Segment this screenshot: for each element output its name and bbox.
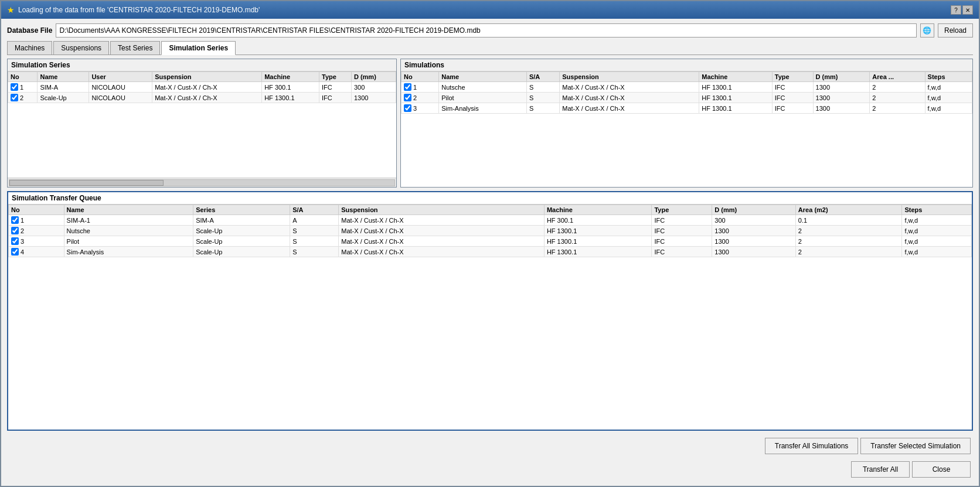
db-path-input[interactable] [56,23,917,38]
database-row: Database File 🌐 Reload [7,23,973,38]
qcol-suspension: Suspension [339,205,545,215]
cell-area: 2 [870,103,925,114]
scrollbar-thumb[interactable] [9,180,164,186]
cell-no: 1 [401,82,439,93]
cell-no: 1 [9,215,64,226]
cell-d: 300 [351,82,396,93]
cell-type: IFC [772,93,813,103]
scol-area: Area ... [870,72,925,82]
cell-machine: HF 1300.1 [699,103,773,114]
scrollbar-track[interactable] [9,179,395,186]
cell-d: 1300 [813,103,870,114]
table-row[interactable]: 3 Pilot Scale-Up S Mat-X / Cust-X / Ch-X… [9,236,972,247]
cell-steps: f,w,d [902,215,972,226]
cell-suspension: Mat-X / Cust-X / Ch-X [560,103,699,114]
scol-no: No [401,72,439,82]
row-checkbox[interactable] [404,104,411,112]
qcol-sa: S/A [290,205,339,215]
transfer-all-button[interactable]: Transfer All [851,461,910,478]
table-row[interactable]: 1 Nutsche S Mat-X / Cust-X / Ch-X HF 130… [401,82,972,93]
simulations-panel: Simulations No Name S/A Suspension Machi… [400,59,973,188]
tabs-bar: Machines Suspensions Test Series Simulat… [7,41,973,55]
scol-name: Name [439,72,527,82]
queue-section: Simulation Transfer Queue No Name Series… [7,191,973,431]
cell-area: 0.1 [795,215,902,226]
queue-scroll[interactable]: No Name Series S/A Suspension Machine Ty… [8,205,972,430]
cell-name: Pilot [64,236,193,247]
qcol-d: D (mm) [712,205,796,215]
table-row[interactable]: 1 SIM-A NICOLAOU Mat-X / Cust-X / Ch-X H… [8,82,396,93]
row-checkbox[interactable] [11,83,18,91]
row-checkbox[interactable] [404,83,411,91]
cell-area: 2 [795,236,902,247]
cell-sa: S [526,93,559,103]
cell-no: 2 [401,93,439,103]
cell-name: Sim-Analysis [64,247,193,257]
cell-d: 1300 [712,247,796,257]
close-window-button[interactable]: ✕ [962,5,973,15]
cell-area: 2 [795,226,902,236]
cell-steps: f,w,d [902,236,972,247]
sim-series-scrollbar[interactable] [8,178,396,187]
cell-machine: HF 1300.1 [262,93,319,103]
cell-suspension: Mat-X / Cust-X / Ch-X [339,215,545,226]
row-checkbox[interactable] [11,227,19,234]
cell-machine: HF 1300.1 [699,82,773,93]
queue-panel: Simulation Transfer Queue No Name Series… [7,191,973,431]
cell-name: SIM-A-1 [64,215,193,226]
cell-type: IFC [319,93,352,103]
cell-sa: S [290,247,339,257]
table-row[interactable]: 3 Sim-Analysis S Mat-X / Cust-X / Ch-X H… [401,103,972,114]
table-row[interactable]: 2 Nutsche Scale-Up S Mat-X / Cust-X / Ch… [9,226,972,236]
transfer-all-simulations-button[interactable]: Transfer All Simulations [765,438,859,454]
row-checkbox[interactable] [404,94,411,101]
help-button[interactable]: ? [951,5,961,15]
transfer-selected-simulation-button[interactable]: Transfer Selected Simulation [860,438,971,454]
qcol-machine: Machine [544,205,652,215]
row-checkbox[interactable] [11,216,19,224]
tab-machines[interactable]: Machines [7,41,52,55]
cell-user: NICOLAOU [89,82,152,93]
cell-name: Nutsche [439,82,527,93]
cell-sa: S [290,236,339,247]
table-row[interactable]: 2 Pilot S Mat-X / Cust-X / Ch-X HF 1300.… [401,93,972,103]
table-row[interactable]: 2 Scale-Up NICOLAOU Mat-X / Cust-X / Ch-… [8,93,396,103]
cell-series: Scale-Up [193,236,290,247]
cell-type: IFC [652,247,712,257]
cell-machine: HF 300.1 [544,215,652,226]
table-row[interactable]: 4 Sim-Analysis Scale-Up S Mat-X / Cust-X… [9,247,972,257]
tab-suspensions[interactable]: Suspensions [53,41,109,55]
col-type: Type [319,72,352,82]
row-checkbox[interactable] [11,94,18,101]
cell-sa: S [526,82,559,93]
tab-simulation-series[interactable]: Simulation Series [161,41,236,55]
scol-type: Type [772,72,813,82]
col-d: D (mm) [351,72,396,82]
cell-d: 1300 [813,82,870,93]
col-machine: Machine [262,72,319,82]
table-row[interactable]: 1 SIM-A-1 SIM-A A Mat-X / Cust-X / Ch-X … [9,215,972,226]
simulation-series-scroll[interactable]: No Name User Suspension Machine Type D (… [8,71,396,178]
queue-table: No Name Series S/A Suspension Machine Ty… [8,205,972,257]
db-browse-button[interactable]: 🌐 [920,23,934,38]
simulations-title: Simulations [401,59,972,71]
panels-row: Simulation Series No Name User Suspensio… [7,59,973,188]
cell-user: NICOLAOU [89,93,152,103]
cell-suspension: Mat-X / Cust-X / Ch-X [560,93,699,103]
cell-suspension: Mat-X / Cust-X / Ch-X [339,226,545,236]
row-checkbox[interactable] [11,237,19,245]
cell-steps: f,w,d [925,103,972,114]
simulations-scroll[interactable]: No Name S/A Suspension Machine Type D (m… [401,71,972,187]
cell-type: IFC [652,226,712,236]
queue-title: Simulation Transfer Queue [8,192,972,205]
titlebar: ★ Loading of the data from file 'CENTRIS… [1,1,979,19]
row-checkbox[interactable] [11,248,19,256]
cell-type: IFC [772,82,813,93]
cell-name: Sim-Analysis [439,103,527,114]
close-button[interactable]: Close [912,461,971,478]
reload-button[interactable]: Reload [938,23,973,38]
cell-d: 1300 [712,236,796,247]
cell-sa: S [526,103,559,114]
col-suspension: Suspension [152,72,262,82]
tab-test-series[interactable]: Test Series [110,41,160,55]
